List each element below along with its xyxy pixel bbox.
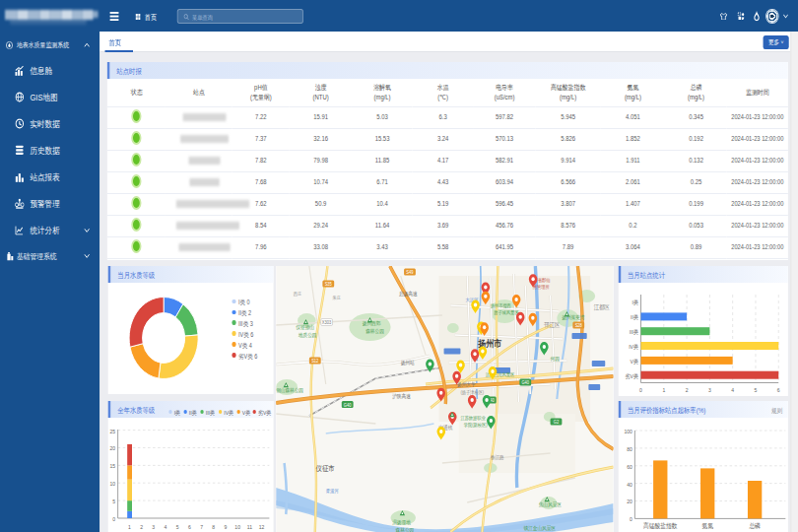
svg-text:江苏旅游职业: 江苏旅游职业 [460, 414, 486, 422]
svg-text:森林公园: 森林公园 [366, 327, 384, 333]
svg-text:7: 7 [201, 524, 204, 530]
svg-text:劣V类: 劣V类 [626, 372, 639, 380]
svg-text:9: 9 [225, 524, 228, 530]
svg-text:朱庄: 朱庄 [333, 295, 342, 299]
svg-text:V类: V类 [631, 358, 639, 364]
svg-text:15: 15 [110, 463, 116, 469]
svg-text:S12: S12 [311, 358, 319, 363]
svg-text:焦山风景区: 焦山风景区 [539, 500, 562, 506]
svg-text:8: 8 [213, 524, 216, 530]
svg-text:20: 20 [627, 499, 632, 504]
svg-text:6: 6 [777, 386, 780, 392]
svg-text:10: 10 [110, 481, 116, 487]
svg-text:4: 4 [165, 524, 167, 530]
svg-text:5: 5 [176, 524, 179, 530]
svg-text:扬州大学: 扬州大学 [457, 380, 476, 388]
svg-text:5: 5 [113, 499, 116, 504]
svg-text:森林公园: 森林公园 [396, 526, 415, 532]
svg-text:唐子城风景区: 唐子城风景区 [494, 308, 519, 314]
svg-text:镇江金山风景区: 镇江金山风景区 [524, 524, 556, 532]
svg-text:地质公园: 地质公园 [298, 331, 316, 337]
svg-text:氨氮: 氨氮 [701, 522, 712, 530]
svg-text:2: 2 [686, 386, 689, 392]
svg-text:闸管理所: 闸管理所 [533, 283, 550, 291]
svg-text:1: 1 [662, 386, 665, 392]
svg-text:II类: II类 [631, 313, 638, 319]
svg-text:S49: S49 [406, 269, 414, 274]
svg-text:100: 100 [624, 429, 632, 434]
svg-text:III类: III类 [630, 328, 639, 334]
svg-text:80: 80 [627, 445, 632, 451]
svg-text:启扬高速: 启扬高速 [399, 290, 418, 298]
svg-text:IV类: IV类 [629, 343, 638, 349]
svg-text:江都区: 江都区 [593, 302, 609, 311]
svg-text:G40: G40 [344, 402, 352, 407]
svg-text:25: 25 [110, 428, 116, 433]
svg-text:6: 6 [188, 524, 191, 530]
svg-text:(扬子津校区): (扬子津校区) [460, 388, 484, 396]
svg-text:20: 20 [110, 445, 116, 451]
svg-text:I类: I类 [632, 299, 639, 305]
svg-text:春江路: 春江路 [491, 453, 504, 461]
svg-text:邗江区: 邗江区 [544, 320, 560, 328]
svg-text:10: 10 [235, 524, 241, 530]
svg-text:S28: S28 [575, 322, 583, 327]
svg-text:G2: G2 [554, 419, 560, 424]
svg-text:总磷: 总磷 [748, 522, 761, 530]
svg-text:0: 0 [113, 516, 116, 522]
svg-text:G40: G40 [521, 379, 529, 384]
svg-text:40: 40 [627, 481, 632, 487]
svg-text:5: 5 [755, 386, 758, 392]
svg-text:沪陕高速: 沪陕高速 [392, 392, 411, 400]
svg-text:润扬湿地: 润扬湿地 [392, 518, 411, 526]
svg-text:60: 60 [627, 463, 632, 469]
svg-text:何园: 何园 [551, 355, 560, 361]
svg-text:12: 12 [259, 524, 265, 530]
svg-text:0: 0 [630, 516, 632, 522]
svg-text:2: 2 [141, 524, 144, 530]
svg-text:11: 11 [247, 524, 252, 530]
svg-text:3: 3 [708, 386, 711, 392]
svg-text:扬州站: 扬州站 [401, 359, 415, 366]
svg-text:仪征市: 仪征市 [316, 464, 335, 473]
svg-text:学院(新校区): 学院(新校区) [464, 421, 488, 429]
svg-text:X303: X303 [322, 319, 332, 324]
svg-text:0: 0 [639, 386, 642, 392]
svg-text:仪征捺山: 仪征捺山 [296, 323, 314, 331]
svg-text:胥浦河: 胥浦河 [326, 487, 339, 493]
svg-text:高锰酸盐指数: 高锰酸盐指数 [643, 522, 678, 531]
svg-text:铜山森林公园: 铜山森林公园 [276, 386, 303, 392]
svg-text:4: 4 [731, 386, 734, 392]
svg-text:1: 1 [128, 524, 131, 530]
svg-text:3: 3 [153, 524, 156, 530]
svg-text:S35: S35 [325, 281, 333, 286]
